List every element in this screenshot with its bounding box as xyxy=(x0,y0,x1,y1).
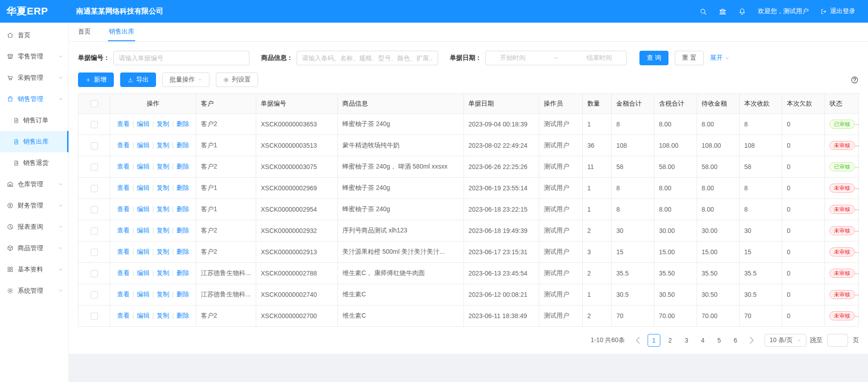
row-action-delete[interactable]: 删除 xyxy=(176,269,189,276)
sidebar-item-basedata[interactable]: 基本资料 xyxy=(0,259,68,280)
row-action-view[interactable]: 查看 xyxy=(117,205,130,213)
page-number-6[interactable]: 6 xyxy=(729,334,742,347)
row-checkbox[interactable] xyxy=(91,121,98,128)
row-action-delete[interactable]: 删除 xyxy=(176,205,189,213)
row-action-edit[interactable]: 编辑 xyxy=(137,269,150,276)
row-action-view[interactable]: 查看 xyxy=(117,227,130,234)
row-action-delete[interactable]: 删除 xyxy=(176,227,189,234)
row-action-edit[interactable]: 编辑 xyxy=(137,290,150,298)
bill-date-range-picker[interactable]: 开始时间 ~ 结束时间 xyxy=(485,51,627,65)
row-action-copy[interactable]: 复制 xyxy=(156,269,169,276)
row-action-edit[interactable]: 编辑 xyxy=(137,184,150,191)
row-action-delete[interactable]: 删除 xyxy=(176,184,189,191)
row-action-copy[interactable]: 复制 xyxy=(156,227,169,234)
page-number-3[interactable]: 3 xyxy=(680,334,693,347)
cell-customer: 客户1 xyxy=(196,199,256,220)
row-action-copy[interactable]: 复制 xyxy=(156,205,169,213)
search-button[interactable]: 查 询 xyxy=(639,51,668,65)
column-settings-button[interactable]: 列设置 xyxy=(216,73,258,87)
row-checkbox[interactable] xyxy=(91,291,98,299)
column-header: 状态 xyxy=(825,94,859,114)
row-action-delete[interactable]: 删除 xyxy=(176,290,189,298)
sidebar-item-system[interactable]: 系统管理 xyxy=(0,280,68,301)
row-action-view[interactable]: 查看 xyxy=(117,184,130,191)
page-size-select[interactable]: 10 条/页 xyxy=(765,334,806,347)
row-checkbox[interactable] xyxy=(91,270,98,277)
bill-no-input[interactable] xyxy=(113,51,249,65)
help-icon[interactable] xyxy=(850,76,859,84)
page-number-5[interactable]: 5 xyxy=(713,334,726,347)
cell-operator: 测试用户 xyxy=(539,242,583,263)
page-number-4[interactable]: 4 xyxy=(697,334,709,347)
page-number-2[interactable]: 2 xyxy=(664,334,677,347)
row-action-copy[interactable]: 复制 xyxy=(156,312,169,319)
row-checkbox[interactable] xyxy=(91,164,98,171)
row-action-delete[interactable]: 删除 xyxy=(176,312,189,319)
row-action-view[interactable]: 查看 xyxy=(117,163,130,170)
row-action-copy[interactable]: 复制 xyxy=(156,290,169,298)
row-action-view[interactable]: 查看 xyxy=(117,312,130,319)
row-checkbox[interactable] xyxy=(91,142,98,150)
row-action-edit[interactable]: 编辑 xyxy=(137,248,150,255)
row-action-view[interactable]: 查看 xyxy=(117,120,130,127)
row-action-copy[interactable]: 复制 xyxy=(156,163,169,170)
product-info-input[interactable] xyxy=(297,51,438,65)
row-action-view[interactable]: 查看 xyxy=(117,141,130,149)
sidebar-item-home[interactable]: 首页 xyxy=(0,24,68,46)
row-action-copy[interactable]: 复制 xyxy=(156,184,169,191)
row-action-edit[interactable]: 编辑 xyxy=(137,163,150,170)
row-action-delete[interactable]: 删除 xyxy=(176,163,189,170)
prev-page-button[interactable] xyxy=(632,334,644,347)
status-badge: 未审核 xyxy=(829,184,855,193)
row-action-copy[interactable]: 复制 xyxy=(156,248,169,255)
tab-home[interactable]: 首页 xyxy=(77,23,92,41)
logout-button[interactable]: 退出登录 xyxy=(820,7,855,15)
row-checkbox[interactable] xyxy=(91,185,98,192)
sidebar-subitem-sales-outbound[interactable]: 销售出库 xyxy=(0,131,68,152)
row-action-edit[interactable]: 编辑 xyxy=(137,120,150,127)
row-select-cell xyxy=(78,156,110,178)
next-page-button[interactable] xyxy=(746,334,757,347)
jump-page-input[interactable] xyxy=(827,334,848,347)
export-button[interactable]: 导出 xyxy=(120,73,156,87)
cell-operator: 测试用户 xyxy=(539,220,583,242)
row-checkbox[interactable] xyxy=(91,227,98,235)
cell-received-amount: 108 xyxy=(740,135,782,156)
search-icon[interactable] xyxy=(699,8,707,15)
sidebar-item-retail[interactable]: 零售管理 xyxy=(0,46,68,67)
pagination: 1-10 共60条 123456 10 条/页 跳至 页 xyxy=(78,334,859,347)
row-action-view[interactable]: 查看 xyxy=(117,290,130,298)
bank-icon[interactable] xyxy=(719,8,727,15)
row-checkbox[interactable] xyxy=(91,206,98,213)
sidebar-item-warehouse[interactable]: 仓库管理 xyxy=(0,174,68,195)
sidebar-subitem-sales-order[interactable]: 销售订单 xyxy=(0,110,68,131)
sidebar-subitem-sales-return[interactable]: 销售退货 xyxy=(0,152,68,174)
row-action-delete[interactable]: 删除 xyxy=(176,120,189,127)
sidebar-item-purchase[interactable]: 采购管理 xyxy=(0,67,68,88)
row-action-view[interactable]: 查看 xyxy=(117,269,130,276)
reset-button[interactable]: 重 置 xyxy=(675,51,704,65)
row-checkbox[interactable] xyxy=(91,313,98,320)
bell-icon[interactable] xyxy=(738,8,746,15)
page-number-1[interactable]: 1 xyxy=(648,334,660,347)
sidebar-item-report[interactable]: 报表查询 xyxy=(0,216,68,237)
sidebar-item-finance[interactable]: 财务管理 xyxy=(0,195,68,216)
row-action-copy[interactable]: 复制 xyxy=(156,120,169,127)
row-action-view[interactable]: 查看 xyxy=(117,248,130,255)
row-action-edit[interactable]: 编辑 xyxy=(137,141,150,149)
sidebar-item-goods[interactable]: 商品管理 xyxy=(0,237,68,259)
row-action-copy[interactable]: 复制 xyxy=(156,141,169,149)
batch-actions-button[interactable]: 批量操作 xyxy=(162,73,210,87)
expand-toggle[interactable]: 展开 xyxy=(710,54,730,62)
row-checkbox[interactable] xyxy=(91,249,98,256)
select-all-checkbox[interactable] xyxy=(91,100,98,107)
tab-sales-outbound[interactable]: 销售出库 xyxy=(108,23,135,41)
row-action-delete[interactable]: 删除 xyxy=(176,141,189,149)
row-action-edit[interactable]: 编辑 xyxy=(137,312,150,319)
row-action-delete[interactable]: 删除 xyxy=(176,248,189,255)
add-button[interactable]: 新增 xyxy=(78,73,114,87)
row-action-edit[interactable]: 编辑 xyxy=(137,205,150,213)
row-action-edit[interactable]: 编辑 xyxy=(137,227,150,234)
cell-quantity: 2 xyxy=(583,220,612,242)
sidebar-item-sales[interactable]: 销售管理 xyxy=(0,88,68,110)
